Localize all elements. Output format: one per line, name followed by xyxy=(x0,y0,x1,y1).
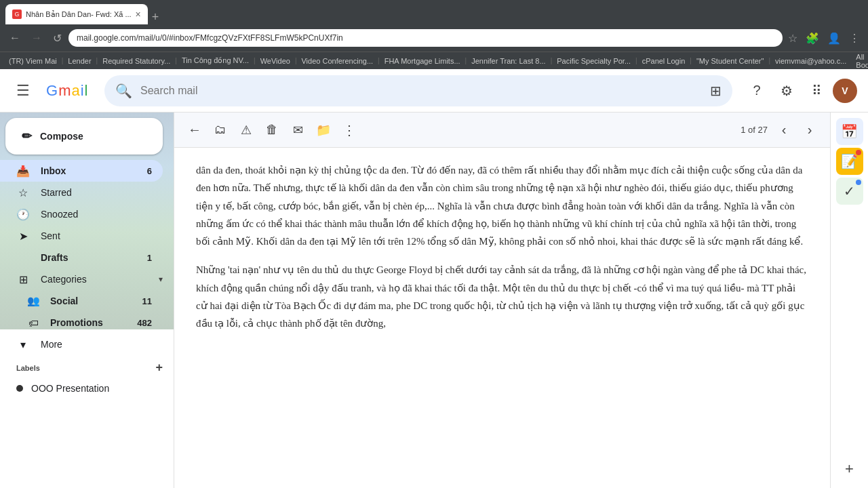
bookmark-item[interactable]: Required Statutory... xyxy=(99,56,174,66)
prev-email-button[interactable]: ‹ xyxy=(772,118,796,142)
label-item-ooo[interactable]: OOO Presentation xyxy=(0,378,163,399)
compose-button[interactable]: ✏ Compose xyxy=(5,118,163,155)
filter-icon[interactable]: ⊞ xyxy=(710,83,722,99)
bookmark-divider: | xyxy=(690,57,692,64)
sidebar-item-snoozed[interactable]: 🕐 Snoozed xyxy=(0,203,163,225)
sidebar-item-starred[interactable]: ☆ Starred xyxy=(0,182,163,203)
social-label: Social xyxy=(50,296,132,306)
bookmark-item[interactable]: WeVideo xyxy=(257,56,294,66)
search-input[interactable] xyxy=(140,85,702,97)
snoozed-label: Snoozed xyxy=(41,209,152,220)
more-actions-button[interactable]: ⋮ xyxy=(337,118,361,142)
tab-close-btn[interactable]: × xyxy=(136,9,141,20)
right-sidebar-tasks-icon[interactable]: ✓ xyxy=(836,178,863,205)
delete-button[interactable]: 🗑 xyxy=(260,118,284,142)
tab-bar: G Nhân Bản Dân Dan- Fwd: Xã ... × + xyxy=(0,0,868,24)
sidebar-item-more[interactable]: ▾ More xyxy=(0,333,174,355)
sidebar-item-categories[interactable]: ⊞ Categories ▾ xyxy=(0,268,174,290)
main-area: ✏ Compose 📥 Inbox 6 ☆ Starred 🕐 Snoozed xyxy=(0,113,868,488)
gmail-app: ☰ Gmail 🔍 ⊞ ? ⚙ ⠿ V ✏ Comp xyxy=(0,69,868,488)
inbox-label: Inbox xyxy=(41,165,136,176)
mark-button[interactable]: ✉ xyxy=(285,118,310,142)
move-button[interactable]: 📁 xyxy=(311,118,336,142)
right-sidebar-calendar-icon[interactable]: 📅 xyxy=(836,118,863,145)
compose-icon: ✏ xyxy=(22,129,32,144)
labels-section-header: Labels + xyxy=(0,355,174,378)
label-ooo-text: OOO Presentation xyxy=(31,383,109,394)
bookmark-item[interactable]: (TR) Viem Mai xyxy=(5,56,60,66)
bookmark-item[interactable]: Jennifer Tran: Last 8... xyxy=(468,56,549,66)
avatar[interactable]: V xyxy=(833,79,857,103)
pagination-text: 1 of 27 xyxy=(741,125,768,135)
promotions-label: Promotions xyxy=(50,317,126,328)
email-area: ← 🗂 ⚠ 🗑 ✉ 📁 ⋮ 1 of 27 ‹ › dân da đen, th… xyxy=(174,113,830,488)
back-to-list-button[interactable]: ← xyxy=(182,118,207,142)
categories-icon: ⊞ xyxy=(16,273,30,286)
apps-button[interactable]: ⠿ xyxy=(803,77,830,104)
social-badge: 11 xyxy=(142,296,152,306)
sidebar-item-drafts[interactable]: Drafts 1 xyxy=(0,247,163,268)
extensions-icon[interactable]: 🧩 xyxy=(803,29,822,47)
sent-label: Sent xyxy=(41,230,152,241)
bookmark-item[interactable]: cPanel Login xyxy=(639,56,689,66)
menu-dots-icon[interactable]: ⋮ xyxy=(846,29,863,47)
bookmark-item[interactable]: Lender xyxy=(64,56,94,66)
bookmark-item[interactable]: Pacific Specialty Por... xyxy=(553,56,634,66)
sidebar-item-inbox[interactable]: 📥 Inbox 6 xyxy=(0,160,163,182)
inbox-icon: 📥 xyxy=(16,165,30,178)
email-paragraph-2: Những 'tai nạn' như vụ tên du thủ du thự… xyxy=(196,261,808,332)
labels-title: Labels xyxy=(16,364,40,372)
search-bar[interactable]: 🔍 ⊞ xyxy=(104,75,732,106)
bookmark-item[interactable]: "My Student Center" xyxy=(693,56,768,66)
browser-tab-active[interactable]: G Nhân Bản Dân Dan- Fwd: Xã ... × xyxy=(5,4,148,24)
spam-button[interactable]: ⚠ xyxy=(234,118,258,142)
email-body: dân da đen, thoát khỏi nạn kỳ thị chủng … xyxy=(174,148,830,488)
next-email-button[interactable]: › xyxy=(797,118,822,142)
drafts-label: Drafts xyxy=(41,252,136,263)
categories-label: Categories xyxy=(41,274,148,285)
bookmark-star-icon[interactable]: ☆ xyxy=(785,29,800,47)
notes-badge xyxy=(856,150,861,155)
sidebar-item-sent[interactable]: ➤ Sent xyxy=(0,225,163,247)
bookmark-divider: | xyxy=(551,57,553,64)
bookmark-divider: | xyxy=(175,57,177,64)
sidebar: ✏ Compose 📥 Inbox 6 ☆ Starred 🕐 Snoozed xyxy=(0,113,174,488)
bookmark-item[interactable]: FHA Mortgage Limits... xyxy=(381,56,464,66)
hamburger-menu-button[interactable]: ☰ xyxy=(11,77,35,105)
right-sidebar-add-button[interactable]: + xyxy=(836,455,863,483)
bookmark-item[interactable]: Tin Công đồng NV... xyxy=(178,55,252,66)
sent-icon: ➤ xyxy=(16,230,30,243)
forward-button[interactable]: → xyxy=(27,29,46,47)
bookmark-divider: | xyxy=(295,57,297,64)
more-icon: ▾ xyxy=(16,338,30,351)
drafts-badge: 1 xyxy=(147,253,152,263)
sidebar-content: ✏ Compose 📥 Inbox 6 ☆ Starred 🕐 Snoozed xyxy=(0,113,174,399)
browser-chrome: G Nhân Bản Dân Dan- Fwd: Xã ... × + ← → … xyxy=(0,0,868,69)
label-dot-icon xyxy=(16,385,23,392)
settings-button[interactable]: ⚙ xyxy=(773,77,800,104)
bookmark-divider: | xyxy=(768,57,770,64)
archive-button[interactable]: 🗂 xyxy=(208,118,233,142)
starred-label: Starred xyxy=(41,187,152,198)
labels-add-button[interactable]: + xyxy=(155,361,163,375)
bookmark-divider: | xyxy=(62,57,64,64)
compose-label: Compose xyxy=(40,131,83,142)
back-button[interactable]: ← xyxy=(5,29,24,47)
tab-title: Nhân Bản Dân Dan- Fwd: Xã ... xyxy=(26,10,132,19)
new-tab-button[interactable]: + xyxy=(148,10,163,24)
bookmark-all-button[interactable]: All Bookmarks xyxy=(852,52,868,69)
reload-button[interactable]: ↺ xyxy=(49,29,66,47)
sidebar-item-promotions[interactable]: 🏷 Promotions 482 xyxy=(0,312,163,333)
snoozed-icon: 🕐 xyxy=(16,208,30,221)
help-button[interactable]: ? xyxy=(743,77,770,104)
bookmarks-bar: (TR) Viem Mai | Lender | Required Statut… xyxy=(0,52,868,69)
social-icon: 👥 xyxy=(27,295,39,307)
bookmark-divider: | xyxy=(465,57,467,64)
profile-icon[interactable]: 👤 xyxy=(825,29,844,47)
right-sidebar-notes-icon[interactable]: 📝 xyxy=(836,148,863,175)
bookmark-divider: | xyxy=(635,57,637,64)
sidebar-item-social[interactable]: 👥 Social 11 xyxy=(0,290,163,312)
bookmark-item[interactable]: viemvmai@yahoo.c... xyxy=(772,56,850,66)
address-bar[interactable]: mail.google.com/mail/u/0/#inbox/FMfcgzQV… xyxy=(68,29,783,47)
bookmark-item[interactable]: Video Conferencing... xyxy=(298,56,376,66)
